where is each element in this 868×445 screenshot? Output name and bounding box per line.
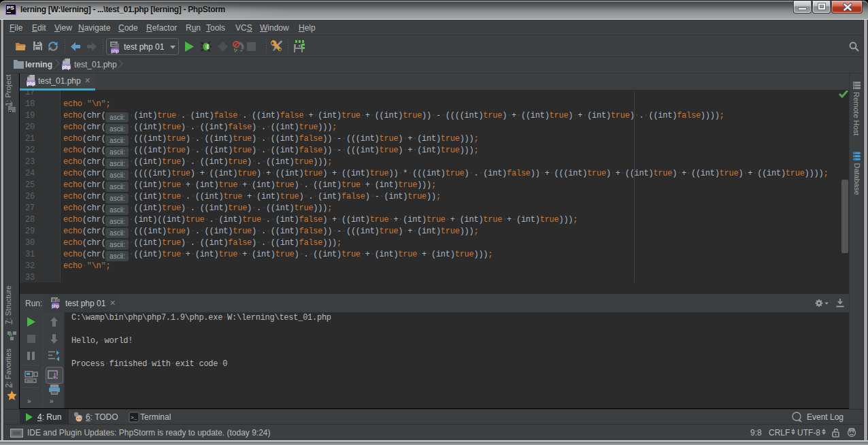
svg-text:php: php [52,303,59,309]
svg-text:>_: >_ [131,414,137,421]
svg-text:php: php [112,48,119,54]
svg-text:php: php [27,81,35,86]
svg-text:php: php [63,65,71,70]
